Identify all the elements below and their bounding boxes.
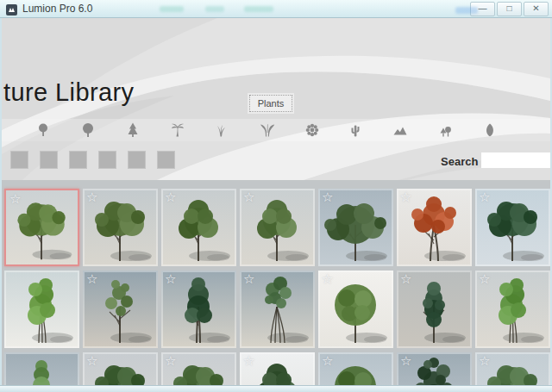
lumion-app-icon bbox=[6, 3, 17, 15]
watermark bbox=[160, 6, 184, 12]
category-icon-bar bbox=[2, 119, 550, 141]
plant-thumbnail[interactable]: ☆ bbox=[475, 189, 550, 266]
category-grass-icon[interactable] bbox=[212, 121, 229, 139]
variation-square-5[interactable] bbox=[128, 151, 146, 169]
favorite-star-icon[interactable]: ☆ bbox=[322, 352, 333, 370]
category-rocks-icon[interactable] bbox=[392, 121, 409, 139]
library-header: ture Library Plants Search bbox=[2, 18, 550, 180]
plant-thumbnail[interactable]: ☆ bbox=[161, 271, 236, 348]
plant-thumbnail[interactable]: ☆ bbox=[161, 189, 236, 266]
favorite-star-icon[interactable]: ☆ bbox=[165, 352, 176, 370]
page-title: ture Library bbox=[3, 78, 134, 107]
favorite-star-icon[interactable]: ☆ bbox=[400, 352, 411, 370]
favorite-star-icon[interactable]: ☆ bbox=[243, 189, 254, 206]
search-input[interactable] bbox=[481, 152, 550, 168]
favorite-star-icon[interactable]: ☆ bbox=[9, 190, 21, 208]
plant-thumbnail[interactable]: ☆ bbox=[397, 189, 472, 266]
favorite-star-icon[interactable]: ☆ bbox=[243, 271, 254, 288]
category-conifer-icon[interactable] bbox=[124, 121, 141, 139]
title-bar: Lumion Pro 6.0 — □ ✕ bbox=[0, 0, 552, 18]
library-content: ture Library Plants Search ☆☆☆☆☆☆☆☆☆☆☆☆☆… bbox=[2, 18, 550, 385]
favorite-star-icon[interactable]: ☆ bbox=[86, 189, 97, 206]
maximize-button[interactable]: □ bbox=[497, 2, 522, 16]
plant-thumbnail[interactable]: ☆ bbox=[318, 271, 393, 348]
window-title: Lumion Pro 6.0 bbox=[22, 3, 92, 15]
category-flower-icon[interactable] bbox=[304, 121, 321, 139]
plant-thumbnail[interactable]: ☆ bbox=[318, 189, 393, 266]
plant-thumbnail[interactable]: ☆ bbox=[240, 352, 315, 385]
favorite-star-icon[interactable]: ☆ bbox=[479, 271, 490, 288]
plant-thumbnail[interactable]: ☆ bbox=[475, 352, 550, 385]
favorite-star-icon[interactable]: ☆ bbox=[479, 189, 490, 206]
favorite-star-icon[interactable]: ☆ bbox=[165, 189, 176, 206]
watermark bbox=[244, 6, 273, 12]
category-cactus-icon[interactable] bbox=[347, 121, 364, 139]
variation-square-3[interactable] bbox=[69, 151, 87, 169]
favorite-star-icon[interactable]: ☆ bbox=[400, 189, 411, 206]
watermark bbox=[455, 7, 478, 14]
plant-thumbnail[interactable]: ☆ bbox=[475, 271, 550, 348]
plant-thumbnail-grid: ☆☆☆☆☆☆☆☆☆☆☆☆☆☆☆☆☆☆☆ bbox=[2, 180, 550, 385]
plant-thumbnail[interactable]: ☆ bbox=[240, 271, 315, 348]
favorite-star-icon[interactable]: ☆ bbox=[322, 271, 333, 288]
variation-square-4[interactable] bbox=[98, 151, 116, 169]
favorite-star-icon[interactable]: ☆ bbox=[322, 189, 333, 206]
plant-thumbnail[interactable]: ☆ bbox=[83, 352, 158, 385]
plant-thumbnail[interactable] bbox=[4, 352, 79, 385]
variation-square-2[interactable] bbox=[40, 151, 58, 169]
favorite-star-icon[interactable]: ☆ bbox=[400, 271, 411, 288]
category-tree-cluster-icon[interactable] bbox=[436, 121, 454, 139]
category-leaf-icon[interactable] bbox=[481, 121, 499, 139]
plant-thumbnail[interactable]: ☆ bbox=[161, 352, 236, 385]
search-label: Search bbox=[441, 155, 478, 168]
favorite-star-icon[interactable]: ☆ bbox=[86, 271, 97, 288]
plant-thumbnail[interactable]: ☆ bbox=[4, 189, 79, 266]
plant-thumbnail[interactable]: ☆ bbox=[318, 352, 393, 385]
plant-thumbnail[interactable]: ☆ bbox=[397, 352, 472, 385]
window-controls: — □ ✕ bbox=[468, 2, 549, 16]
variation-bar: Search bbox=[2, 141, 550, 180]
plant-thumbnail[interactable]: ☆ bbox=[83, 271, 158, 348]
variation-square-6[interactable] bbox=[157, 151, 175, 169]
category-palm-icon[interactable] bbox=[169, 121, 186, 139]
close-button[interactable]: ✕ bbox=[524, 2, 549, 16]
category-plants-icon[interactable] bbox=[259, 121, 276, 139]
category-small-tree-icon[interactable] bbox=[34, 121, 52, 139]
favorite-star-icon[interactable]: ☆ bbox=[479, 352, 490, 370]
plant-thumbnail[interactable]: ☆ bbox=[240, 189, 315, 266]
plants-category-button[interactable]: Plants bbox=[249, 95, 292, 112]
favorite-star-icon[interactable]: ☆ bbox=[165, 271, 176, 288]
variation-square-1[interactable] bbox=[10, 151, 28, 169]
favorite-star-icon[interactable]: ☆ bbox=[86, 352, 97, 370]
category-large-tree-icon[interactable] bbox=[79, 121, 97, 139]
plant-thumbnail[interactable]: ☆ bbox=[397, 271, 472, 348]
lumion-window: Lumion Pro 6.0 — □ ✕ ture Library Plants bbox=[0, 0, 552, 392]
plant-thumbnail[interactable]: ☆ bbox=[83, 189, 158, 266]
watermark bbox=[205, 6, 224, 12]
window-frame-bottom bbox=[0, 385, 552, 392]
favorite-star-icon[interactable]: ☆ bbox=[243, 352, 254, 370]
plant-thumbnail[interactable] bbox=[4, 271, 79, 348]
